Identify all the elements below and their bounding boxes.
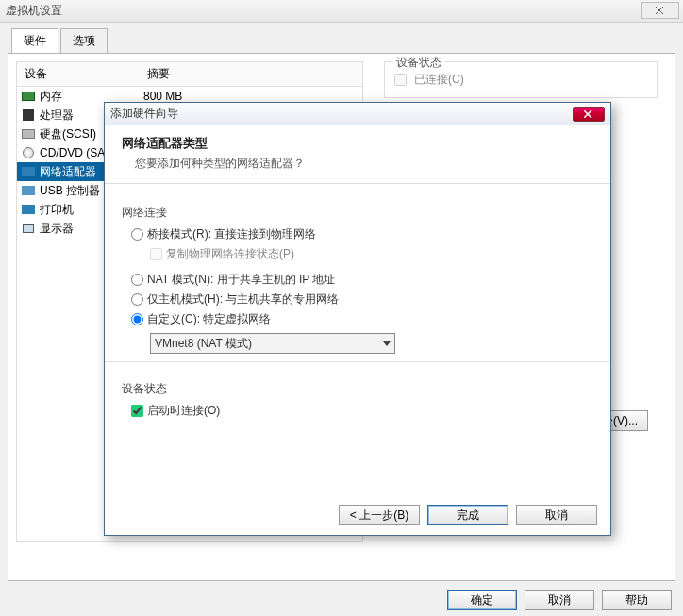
- device-state-legend: 设备状态: [392, 55, 445, 71]
- device-summary: 800 MB: [143, 90, 358, 103]
- modal-close-button[interactable]: [573, 107, 605, 122]
- cancel-button[interactable]: 取消: [525, 590, 594, 610]
- back-button[interactable]: < 上一步(B): [339, 505, 420, 525]
- modal-cancel-button[interactable]: 取消: [516, 505, 597, 525]
- modal-device-state-title: 设备状态: [122, 381, 593, 397]
- bridge-replicate-label: 复制物理网络连接状态(P): [166, 246, 294, 262]
- radio-custom[interactable]: [131, 313, 143, 325]
- table-header: 设备 摘要: [17, 62, 362, 87]
- modal-footer: < 上一步(B) 完成 取消: [339, 505, 597, 525]
- bridge-sub-row: 复制物理网络连接状态(P): [150, 246, 593, 262]
- radio-nat-row: NAT 模式(N): 用于共享主机的 IP 地址: [131, 272, 593, 288]
- close-icon: [656, 7, 665, 14]
- modal-body: 网络连接 桥接模式(R): 直接连接到物理网络 复制物理网络连接状态(P) NA…: [105, 184, 610, 430]
- network-icon: [21, 165, 36, 178]
- connect-at-poweron-label: 启动时连接(O): [147, 403, 220, 419]
- custom-network-select[interactable]: VMnet8 (NAT 模式): [150, 333, 395, 354]
- modal-header: 网络适配器类型 您要添加何种类型的网络适配器？: [105, 125, 610, 184]
- usb-icon: [21, 184, 36, 197]
- connected-checkbox-row: 已连接(C): [394, 72, 647, 88]
- printer-icon: [21, 203, 36, 216]
- modal-heading: 网络适配器类型: [122, 135, 593, 152]
- modal-subheading: 您要添加何种类型的网络适配器？: [135, 156, 593, 172]
- add-hardware-wizard: 添加硬件向导 网络适配器类型 您要添加何种类型的网络适配器？ 网络连接 桥接模式…: [104, 102, 611, 536]
- bridge-replicate-checkbox: [150, 248, 162, 260]
- tab-hardware[interactable]: 硬件: [11, 28, 58, 54]
- radio-hostonly[interactable]: [131, 293, 143, 306]
- custom-network-value: VMnet8 (NAT 模式): [155, 336, 252, 352]
- monitor-icon: [21, 222, 36, 235]
- right-panel: 设备状态 已连接(C) 高级(V)...: [384, 61, 658, 106]
- modal-titlebar: 添加硬件向导: [105, 103, 610, 125]
- connected-checkbox[interactable]: [394, 74, 407, 86]
- radio-custom-row: 自定义(C): 特定虚拟网络: [131, 311, 593, 327]
- tabs: 硬件 选项: [0, 23, 683, 54]
- radio-nat-label: NAT 模式(N): 用于共享主机的 IP 地址: [147, 272, 335, 288]
- separator: [105, 361, 610, 362]
- cpu-icon: [21, 108, 36, 122]
- help-button[interactable]: 帮助: [602, 590, 672, 610]
- column-device: 设备: [17, 62, 140, 86]
- radio-nat[interactable]: [131, 274, 143, 286]
- disk-icon: [21, 127, 36, 141]
- memory-icon: [21, 90, 36, 103]
- finish-button[interactable]: 完成: [427, 505, 508, 525]
- column-summary: 摘要: [140, 62, 362, 86]
- radio-hostonly-row: 仅主机模式(H): 与主机共享的专用网络: [131, 291, 593, 308]
- radio-bridge[interactable]: [131, 228, 143, 241]
- connected-label: 已连接(C): [414, 72, 464, 88]
- window-close-button[interactable]: [641, 2, 679, 19]
- radio-custom-label: 自定义(C): 特定虚拟网络: [147, 311, 271, 327]
- chevron-down-icon: [383, 341, 391, 346]
- dialog-footer: 确定 取消 帮助: [447, 590, 672, 610]
- window-titlebar: 虚拟机设置: [0, 0, 683, 23]
- network-section-title: 网络连接: [122, 205, 593, 221]
- radio-bridge-label: 桥接模式(R): 直接连接到物理网络: [147, 226, 316, 242]
- connect-at-poweron-row: 启动时连接(O): [131, 403, 593, 419]
- connect-at-poweron-checkbox[interactable]: [131, 405, 143, 417]
- window-title: 虚拟机设置: [6, 3, 62, 19]
- radio-hostonly-label: 仅主机模式(H): 与主机共享的专用网络: [147, 291, 339, 308]
- modal-title: 添加硬件向导: [110, 106, 178, 122]
- device-state-group: 设备状态 已连接(C): [384, 61, 658, 98]
- ok-button[interactable]: 确定: [447, 590, 517, 610]
- radio-bridge-row: 桥接模式(R): 直接连接到物理网络: [131, 226, 593, 242]
- modal-device-state: 设备状态 启动时连接(O): [122, 381, 593, 419]
- tab-options[interactable]: 选项: [60, 28, 108, 54]
- close-icon: [584, 110, 593, 118]
- cd-icon: [21, 146, 36, 159]
